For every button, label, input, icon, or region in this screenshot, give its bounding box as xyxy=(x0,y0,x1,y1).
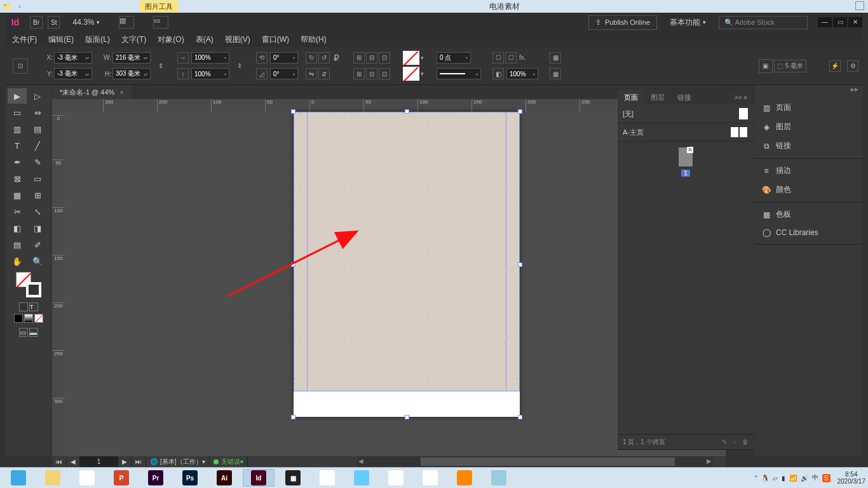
page-tool[interactable]: ▭ xyxy=(8,105,27,120)
none-swatch[interactable] xyxy=(34,314,43,323)
apply-color-icon[interactable] xyxy=(19,302,28,311)
align-icon-4[interactable]: ⊞ xyxy=(353,68,365,79)
taskbar-app-chrome[interactable] xyxy=(414,469,446,487)
taskbar-app-explorer[interactable] xyxy=(37,469,69,487)
zoom-tool[interactable]: 🔍 xyxy=(28,254,47,269)
taskbar-app-wechat[interactable] xyxy=(71,469,103,487)
flash-icon[interactable]: ⚡ xyxy=(829,60,841,72)
side-layers[interactable]: ◈图层 xyxy=(754,118,862,137)
delete-page-icon[interactable]: 🗑 xyxy=(742,438,749,445)
taskbar-app-powerpoint[interactable]: P xyxy=(105,469,137,487)
tray-expand-icon[interactable]: ˄ xyxy=(754,475,757,482)
master-a-row[interactable]: A-主页 xyxy=(618,123,754,142)
placed-image-frame[interactable] xyxy=(294,112,520,391)
vertical-ruler[interactable]: 0 50 100 150 200 250 300 xyxy=(52,112,65,456)
menu-type[interactable]: 文字(T) xyxy=(121,34,146,45)
panel-collapse-icon[interactable]: >> ≡ xyxy=(728,90,754,105)
menu-file[interactable]: 文件(F) xyxy=(12,34,37,45)
line-tool[interactable]: ╱ xyxy=(28,138,47,153)
grid-tool[interactable]: ⊞ xyxy=(28,187,47,203)
w-field[interactable]: 216 毫米▴▾ xyxy=(112,52,151,64)
menu-table[interactable]: 表(A) xyxy=(196,34,214,45)
pages-tab[interactable]: 页面 xyxy=(618,90,644,105)
scrollbar-thumb[interactable] xyxy=(421,458,675,466)
close-button[interactable]: ✕ xyxy=(848,17,862,27)
x-field[interactable]: -3 毫米▴▾ xyxy=(54,52,92,64)
document-tab[interactable]: *未命名-1 @ 44%× xyxy=(52,85,132,99)
tray-ime-cn-icon[interactable]: 中 xyxy=(812,473,818,482)
selection-handle[interactable] xyxy=(291,109,295,114)
taskbar-app-app2[interactable] xyxy=(311,469,343,487)
selection-handle[interactable] xyxy=(518,262,522,267)
constrain-icon[interactable]: ⇕ xyxy=(158,62,170,69)
apply-text-icon[interactable]: T xyxy=(29,302,38,311)
side-swatches[interactable]: ▦色板 xyxy=(754,205,862,224)
last-page-btn[interactable]: ⏭ xyxy=(132,456,146,467)
scale-x[interactable]: 100%▾ xyxy=(191,52,229,64)
page-1-thumb[interactable]: A xyxy=(678,147,693,167)
close-tab-icon[interactable]: × xyxy=(119,88,123,96)
align-icon-1[interactable]: ⊞ xyxy=(353,52,365,64)
direct-selection-tool[interactable]: ▷ xyxy=(28,88,47,104)
preflight-profile[interactable]: 🌐 [基本]（工作） ▾ xyxy=(146,456,210,467)
prev-page-btn[interactable]: ◀ xyxy=(67,456,80,467)
tray-wifi-icon[interactable]: 📶 xyxy=(789,475,797,482)
next-page-btn[interactable]: ▶ xyxy=(118,456,132,467)
reference-point-icon[interactable]: ⊡ xyxy=(13,58,28,74)
menu-view[interactable]: 视图(V) xyxy=(225,34,250,45)
preview-view-icon[interactable]: ▬ xyxy=(29,328,38,337)
gradient-feather-tool[interactable]: ◨ xyxy=(28,220,47,236)
hand-tool[interactable]: ✋ xyxy=(8,254,27,269)
tray-sogou-icon[interactable]: S xyxy=(822,474,831,482)
taskbar-app-premiere[interactable]: Pr xyxy=(140,469,172,487)
taskbar-clock[interactable]: 8:54 2020/3/17 xyxy=(837,471,866,485)
side-stroke[interactable]: ≡描边 xyxy=(754,161,862,180)
opacity-field[interactable]: 100%▾ xyxy=(506,68,538,79)
content-placer-tool[interactable]: ▤ xyxy=(28,121,47,137)
ruler-origin[interactable] xyxy=(52,99,65,112)
selection-handle[interactable] xyxy=(291,415,295,419)
taskbar-app-qq[interactable] xyxy=(380,469,412,487)
tray-battery-icon[interactable]: ▮ xyxy=(782,475,785,482)
align-icon-5[interactable]: ⊟ xyxy=(366,68,377,79)
rotate-cw-icon[interactable]: ↻ xyxy=(306,52,317,64)
selection-handle[interactable] xyxy=(518,109,522,114)
scale-y[interactable]: 100%▾ xyxy=(191,68,229,79)
taskbar-app-photoshop[interactable]: Ps xyxy=(174,469,206,487)
crop-amount[interactable]: ⬚ 5 毫米 xyxy=(774,60,806,72)
eyedropper-tool[interactable]: ✐ xyxy=(28,237,47,252)
menu-help[interactable]: 帮助(H) xyxy=(301,34,327,45)
maximize-button[interactable]: ▭ xyxy=(833,17,847,27)
bridge-button[interactable]: Br xyxy=(30,16,43,29)
stroke-swatch[interactable] xyxy=(403,67,419,81)
pencil-tool[interactable]: ✎ xyxy=(28,154,47,170)
h-field[interactable]: 303 毫米▴▾ xyxy=(112,68,151,79)
selection-tool[interactable]: ▶ xyxy=(8,88,27,104)
effects-icon-2[interactable]: ☐ xyxy=(505,52,517,64)
adobe-stock-search[interactable]: 🔍 Adobe Stock xyxy=(719,16,808,29)
menu-object[interactable]: 对象(O) xyxy=(158,34,184,45)
folder-icon[interactable]: 📁 xyxy=(1,1,13,12)
stroke-style[interactable]: ▾ xyxy=(437,68,481,79)
type-tool[interactable]: T xyxy=(8,138,27,153)
selection-handle[interactable] xyxy=(518,415,522,419)
content-collector-tool[interactable]: ▥ xyxy=(8,121,27,137)
taskbar-app-notes[interactable] xyxy=(483,469,515,487)
side-color[interactable]: 🎨颜色 xyxy=(754,180,862,200)
flip-h-icon[interactable]: ⇋ xyxy=(306,68,317,79)
side-links[interactable]: ⧉链接 xyxy=(754,137,862,156)
master-none-row[interactable]: [无] xyxy=(618,105,754,123)
taskbar-app-firefox[interactable] xyxy=(449,469,480,487)
taskbar-app-browser[interactable] xyxy=(3,469,34,487)
black-swatch[interactable] xyxy=(14,314,23,323)
menu-edit[interactable]: 编辑(E) xyxy=(48,34,74,45)
menu-layout[interactable]: 版面(L) xyxy=(85,34,110,45)
align-icon-6[interactable]: ⊡ xyxy=(379,68,390,79)
textwrap-icon-1[interactable]: ▦ xyxy=(550,52,561,64)
taskbar-app-app3[interactable] xyxy=(346,469,377,487)
free-transform-tool[interactable]: ⤡ xyxy=(28,204,47,219)
page-1-number[interactable]: 1 xyxy=(681,170,690,177)
new-page-icon[interactable]: ▫ xyxy=(733,438,736,445)
textwrap-icon-2[interactable]: ▦ xyxy=(550,68,561,79)
fill-stroke-swatches[interactable] xyxy=(16,272,41,297)
